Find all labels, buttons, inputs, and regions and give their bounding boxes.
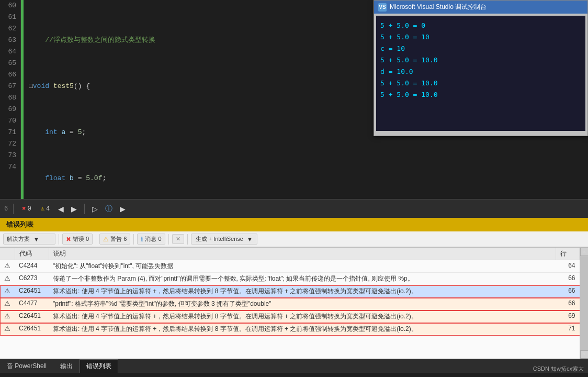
watermark-area: CSDN 知w拓cx索大 [533,365,588,373]
row-desc: 算术溢出: 使用 4 字节值上的运算符 +，然后将结果转换到 8 字节值。在调用… [49,285,556,298]
table-row[interactable]: ⚠ C4244 "初始化": 从"float"转换到"int", 可能丢失数据 … [0,260,588,273]
scroll-up-button[interactable]: ▲ [580,248,588,256]
message-filter-button[interactable]: ℹ 消息 0 [137,234,165,245]
col-header-icon [0,248,15,260]
error-filter-icon: ✖ [66,236,71,243]
col-header-desc: 说明 [49,248,556,260]
row-line: 71 [556,323,580,336]
row-severity-icon: ⚠ [0,260,15,273]
row-desc: 算术溢出: 使用 4 字节值上的运算符 +，然后将结果转换到 8 字节值。在调用… [49,323,556,336]
editor-toolbar: 6 ✖ 0 ⚠ 4 ◀ ▶ ▷ ⓘ ▶ [0,199,588,218]
warning-filter-icon: ⚠ [103,236,109,243]
warning-count: 4 [46,205,50,213]
warning-filter-label: 警告 6 [110,235,127,243]
row-severity-icon: ⚠ [0,285,15,298]
row-line: 66 [556,273,580,285]
vs-icon: VS [378,3,387,12]
debug-output-line-3: c = 10 [380,43,581,54]
debug-output-line-6: 5 + 5.0 = 10.0 [380,77,581,89]
warning-indicator[interactable]: ⚠ 4 [38,204,53,214]
watermark-text: CSDN 知w拓cx索大 [533,365,584,373]
error-indicator[interactable]: ✖ 0 [19,204,34,214]
message-filter-icon: ℹ [141,236,143,243]
tab-output-label: 输出 [60,362,73,370]
scroll-indicator[interactable]: ▲ ▼ [580,248,588,359]
info-button[interactable]: ⓘ [103,203,115,215]
row-line: 69 [556,311,580,323]
solution-dropdown[interactable]: 解决方案 ▼ [3,234,55,245]
debug-output-line-7: 5 + 5.0 = 10.0 [380,89,581,101]
toolbar-divider-4 [168,234,169,245]
code-line-63: float b = 5.0f; [29,173,588,184]
line-numbers: 60 61 62 63 64 65 66 67 68 69 70 71 72 7… [0,0,21,199]
table-row[interactable]: ⚠ C4477 "printf": 格式字符串"%d"需要类型"int"的参数,… [0,298,588,311]
row-line: 66 [556,285,580,298]
debug-output-line-2: 5 + 5.0 = 10 [380,31,581,43]
table-row[interactable]: ⚠ C26451 算术溢出: 使用 4 字节值上的运算符 +，然后将结果转换到 … [0,285,588,298]
generate-dropdown-arrow: ▼ [247,236,253,242]
error-list-container[interactable]: 代码 说明 行 ⚠ C4244 "初始化": 从"float"转换到"int",… [0,247,588,359]
table-row[interactable]: ⚠ C6273 传递了一个非整数作为 Param (4), 而对"printf"… [0,273,588,285]
warning-icon: ⚠ [41,205,44,213]
row-desc: "printf": 格式字符串"%d"需要类型"int"的参数, 但可变参数 3… [49,298,556,311]
nav-back-button[interactable]: ◀ [56,204,66,214]
clear-icon: ✕ [176,236,180,242]
error-filter-label: 错误 0 [73,235,89,243]
row-severity-icon: ⚠ [0,323,15,336]
toolbar-divider-3 [133,234,134,245]
debug-title-bar: VS Microsoft Visual Studio 调试控制台 [374,1,587,14]
debug-output-line-4: 5 + 5.0 = 10.0 [380,54,581,66]
solution-dropdown-arrow: ▼ [33,236,39,242]
message-filter-label: 消息 0 [145,235,161,243]
errorlist-header: 错误列表 [0,218,588,231]
table-row[interactable]: ⚠ C26451 算术溢出: 使用 4 字节值上的运算符 +，然后将结果转换到 … [0,311,588,323]
row-line: 66 [556,298,580,311]
error-table: 代码 说明 行 ⚠ C4244 "初始化": 从"float"转换到"int",… [0,248,588,336]
nav-forward-button[interactable]: ▶ [69,204,79,214]
scroll-down-button[interactable]: ▼ [580,350,588,359]
toolbar-divider-2 [96,234,96,245]
tab-powershell-label: 音 PowerShell [7,362,47,370]
row-line: 64 [556,260,580,273]
col-header-code: 代码 [15,248,49,260]
solution-label: 解决方案 [7,235,30,243]
table-header-row: 代码 说明 行 [0,248,588,260]
debug-output-line-1: 5 + 5.0 = 0 [380,20,581,31]
error-count: 0 [27,205,31,213]
nav-right-button[interactable]: ▶ [118,204,128,214]
tab-powershell[interactable]: 音 PowerShell [0,359,53,373]
error-filter-button[interactable]: ✖ 错误 0 [62,234,93,245]
debug-output: 5 + 5.0 = 0 5 + 5.0 = 10 c = 10 5 + 5.0 … [376,16,585,131]
col-header-line: 行 [556,248,580,260]
row-severity-icon: ⚠ [0,311,15,323]
bottom-tabs: 音 PowerShell 输出 错误列表 CSDN 知w拓cx索大 [0,359,588,373]
row-code: C4244 [15,260,49,273]
tab-errorlist[interactable]: 错误列表 [80,359,118,373]
warning-filter-button[interactable]: ⚠ 警告 6 [99,234,130,245]
toolbar-divider-1 [59,234,59,245]
debug-output-line-5: d = 10.0 [380,66,581,77]
editor-area: 60 61 62 63 64 65 66 67 68 69 70 71 72 7… [0,0,588,199]
row-desc: 传递了一个非整数作为 Param (4), 而对"printf"的调用需要一个整… [49,273,556,285]
row-desc: 算术溢出: 使用 4 字节值上的运算符 +，然后将结果转换到 8 字节值。在调用… [49,311,556,323]
row-code: C4477 [15,298,49,311]
line-indicator: 6 [4,205,8,213]
clear-filter-button[interactable]: ✕ [172,234,184,244]
row-code: C6273 [15,273,49,285]
generate-dropdown[interactable]: 生成 + IntelliSense ▼ [191,234,257,245]
debug-console-panel: VS Microsoft Visual Studio 调试控制台 5 + 5.0… [374,0,588,136]
errorlist-header-label: 错误列表 [6,220,33,229]
toolbar-divider-5 [187,234,188,245]
row-code: C26451 [15,311,49,323]
run-debug-button[interactable]: ▷ [90,204,100,214]
error-icon: ✖ [22,205,26,213]
row-code: C26451 [15,323,49,336]
errorlist-toolbar: 解决方案 ▼ ✖ 错误 0 ⚠ 警告 6 ℹ 消息 0 [0,231,588,247]
debug-title-text: Microsoft Visual Studio 调试控制台 [390,3,487,12]
row-severity-icon: ⚠ [0,273,15,285]
tab-output[interactable]: 输出 [53,359,80,373]
table-row[interactable]: ⚠ C26451 算术溢出: 使用 4 字节值上的运算符 +，然后将结果转换到 … [0,323,588,336]
errorlist-section: 错误列表 解决方案 ▼ ✖ 错误 0 ⚠ 警告 6 [0,218,588,373]
generate-label: 生成 + IntelliSense [196,235,243,243]
tab-errorlist-label: 错误列表 [86,362,111,370]
